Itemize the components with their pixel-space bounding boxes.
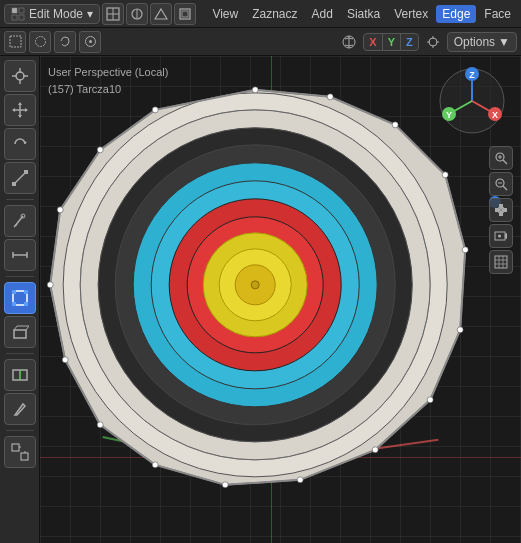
z-axis-btn[interactable]: Z	[401, 34, 418, 50]
svg-rect-46	[12, 290, 16, 294]
right-tools	[489, 146, 513, 274]
svg-rect-50	[14, 330, 26, 338]
knife-tool-btn[interactable]	[4, 393, 36, 425]
box-edit-btn[interactable]	[4, 282, 36, 314]
svg-point-82	[427, 396, 433, 402]
svg-marker-32	[12, 108, 15, 112]
svg-rect-10	[180, 9, 190, 19]
svg-rect-56	[12, 444, 19, 451]
snap-icon[interactable]	[422, 31, 444, 53]
svg-point-18	[429, 38, 437, 46]
menu-vertex[interactable]: Vertex	[388, 5, 434, 23]
separator-1	[6, 199, 34, 200]
svg-point-80	[462, 246, 468, 252]
svg-point-72	[251, 280, 259, 288]
svg-line-52	[26, 326, 29, 330]
svg-line-108	[503, 186, 507, 190]
svg-point-23	[16, 72, 24, 80]
svg-point-91	[97, 146, 103, 152]
menu-zaznacz[interactable]: Zaznacz	[246, 5, 303, 23]
x-axis-btn[interactable]: X	[364, 34, 382, 50]
toolbar-icon-2[interactable]	[126, 3, 148, 25]
merge-btn[interactable]	[4, 436, 36, 468]
extrude-tool-btn[interactable]	[4, 316, 36, 348]
svg-point-88	[62, 356, 68, 362]
svg-point-89	[47, 281, 53, 287]
second-toolbar: X Y Z Options ▼	[0, 28, 521, 56]
svg-rect-38	[12, 182, 16, 186]
move-tool-btn[interactable]	[4, 94, 36, 126]
measure-tool-btn[interactable]	[4, 239, 36, 271]
svg-rect-37	[24, 170, 28, 174]
svg-rect-48	[12, 302, 16, 306]
options-label: Options	[454, 35, 495, 49]
y-axis-btn[interactable]: Y	[383, 34, 401, 50]
svg-rect-113	[495, 256, 507, 268]
toolbar-icon-1[interactable]	[102, 3, 124, 25]
cursor-tool-btn[interactable]	[4, 60, 36, 92]
select-box-btn[interactable]	[4, 31, 26, 53]
svg-line-104	[503, 160, 507, 164]
nav-gizmo[interactable]: Z X Y	[437, 66, 507, 136]
svg-point-84	[297, 476, 303, 482]
svg-rect-57	[21, 453, 28, 460]
svg-marker-30	[18, 102, 22, 105]
svg-rect-1	[19, 8, 24, 13]
target-container	[40, 74, 470, 507]
menu-add[interactable]: Add	[306, 5, 339, 23]
svg-point-15	[89, 40, 92, 43]
orientation-icon[interactable]	[338, 31, 360, 53]
svg-point-112	[498, 235, 501, 238]
proportional-btn[interactable]	[79, 31, 101, 53]
svg-line-41	[14, 224, 17, 227]
menu-edge[interactable]: Edge	[436, 5, 476, 23]
toolbar-icon-4[interactable]	[174, 3, 196, 25]
separator-4	[6, 430, 34, 431]
zoom-in-btn[interactable]	[489, 146, 513, 170]
svg-marker-111	[505, 233, 507, 239]
loop-cut-btn[interactable]	[4, 359, 36, 391]
zoom-out-btn[interactable]	[489, 172, 513, 196]
svg-rect-47	[24, 290, 28, 294]
options-button[interactable]: Options ▼	[447, 32, 517, 52]
svg-text:Z: Z	[469, 70, 475, 80]
svg-point-90	[57, 206, 63, 212]
camera-btn[interactable]	[489, 224, 513, 248]
svg-text:Y: Y	[446, 110, 452, 120]
mode-selector[interactable]: Edit Mode ▾	[4, 4, 100, 24]
target-svg	[40, 74, 470, 504]
svg-marker-31	[18, 115, 22, 118]
svg-point-85	[222, 481, 228, 487]
menu-siatka[interactable]: Siatka	[341, 5, 386, 23]
svg-text:X: X	[492, 110, 498, 120]
scale-tool-btn[interactable]	[4, 162, 36, 194]
pan-btn[interactable]	[489, 198, 513, 222]
annotate-tool-btn[interactable]	[4, 205, 36, 237]
left-toolbar	[0, 56, 40, 543]
menu-face[interactable]: Face	[478, 5, 517, 23]
select-circle-btn[interactable]	[29, 31, 51, 53]
svg-marker-9	[155, 9, 167, 19]
svg-point-86	[152, 461, 158, 467]
svg-rect-3	[19, 15, 24, 20]
svg-rect-12	[10, 36, 21, 47]
svg-rect-11	[182, 11, 188, 17]
menu-view[interactable]: View	[206, 5, 244, 23]
svg-point-78	[392, 121, 398, 127]
separator-2	[6, 276, 34, 277]
toolbar-icon-3[interactable]	[150, 3, 172, 25]
svg-point-76	[252, 86, 258, 92]
options-chevron: ▼	[498, 35, 510, 49]
mode-chevron: ▾	[87, 7, 93, 21]
rotate-tool-btn[interactable]	[4, 128, 36, 160]
grid-btn[interactable]	[489, 250, 513, 274]
svg-point-81	[457, 326, 463, 332]
select-lasso-btn[interactable]	[54, 31, 76, 53]
svg-point-13	[35, 37, 45, 47]
svg-point-92	[152, 106, 158, 112]
svg-point-83	[372, 446, 378, 452]
mode-label: Edit Mode	[29, 7, 83, 21]
viewport-canvas[interactable]: User Perspective (Local) (157) Tarcza10	[40, 56, 521, 543]
svg-point-77	[327, 93, 333, 99]
svg-rect-0	[12, 8, 17, 13]
